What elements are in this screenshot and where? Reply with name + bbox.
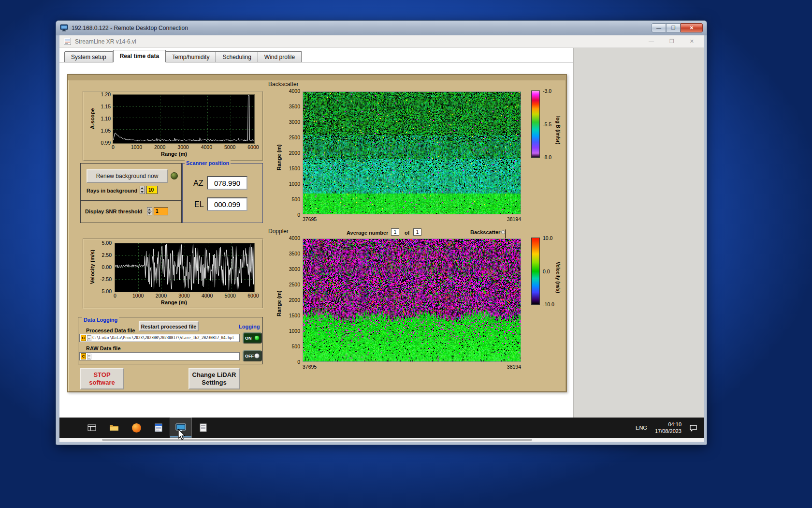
raw-logging-state: OFF bbox=[245, 354, 254, 359]
taskbar-time: 04:10 bbox=[655, 421, 682, 428]
app-close-icon[interactable]: ✕ bbox=[690, 38, 694, 45]
azimuth-label: AZ bbox=[193, 179, 203, 188]
processed-logging-toggle[interactable]: ON bbox=[243, 332, 262, 344]
backscatter-colorbar-label: log B (/m/sr) bbox=[555, 103, 561, 157]
snr-threshold-spinner[interactable] bbox=[147, 207, 152, 215]
tick-label: 4000 bbox=[200, 144, 213, 150]
stop-button-line2: software bbox=[89, 379, 115, 387]
tick-label: 3500 bbox=[289, 251, 300, 256]
doppler-y-ticks: 40003500300025002000150010005000 bbox=[283, 235, 300, 365]
tab-wind-profile[interactable]: Wind profile bbox=[258, 51, 302, 62]
tab-scheduling[interactable]: Scheduling bbox=[216, 51, 258, 62]
tick-label: -2.50 bbox=[100, 276, 112, 282]
raw-data-file-label: RAW Data file bbox=[86, 345, 121, 351]
taskbar-clock[interactable]: 04:10 17/08/2023 bbox=[655, 421, 682, 434]
firefox-button[interactable] bbox=[125, 418, 147, 438]
backscatter-switch[interactable] bbox=[505, 229, 506, 239]
app-title: StreamLine XR v14-6.vi bbox=[75, 38, 136, 45]
tick-label: 2000 bbox=[289, 297, 300, 303]
rays-in-background-spinner[interactable] bbox=[140, 186, 145, 194]
action-center-icon[interactable] bbox=[689, 424, 697, 432]
doppler-heatmap bbox=[303, 239, 521, 362]
stop-software-button[interactable]: STOP software bbox=[80, 368, 124, 389]
tick-label: 3000 bbox=[177, 144, 189, 150]
processed-logging-state: ON bbox=[245, 336, 252, 341]
language-indicator[interactable]: ENG bbox=[636, 425, 647, 431]
drive-c-icon: C bbox=[81, 353, 86, 359]
tick-label: -10.0 bbox=[543, 301, 554, 307]
tick-label: 1000 bbox=[132, 293, 145, 299]
task-view-button[interactable] bbox=[81, 418, 103, 438]
app-minimize-icon[interactable]: — bbox=[649, 38, 654, 45]
average-number-label: Average number bbox=[347, 230, 388, 236]
tick-label: 500 bbox=[291, 344, 300, 349]
tab-system-setup[interactable]: System setup bbox=[64, 51, 113, 62]
tick-label: 2000 bbox=[154, 144, 166, 150]
data-logging-title: Data Logging bbox=[82, 317, 119, 323]
change-lidar-settings-button[interactable]: Change LiDAR Settings bbox=[188, 368, 240, 389]
average-number-input[interactable]: 1 bbox=[391, 228, 399, 236]
tab-real-time-data[interactable]: Real time data bbox=[113, 50, 166, 62]
restart-processed-file-button[interactable]: Restart processed file bbox=[139, 321, 199, 331]
a-scope-x-axis-label: Range (m) bbox=[84, 151, 264, 157]
spinner-up-icon[interactable] bbox=[140, 186, 145, 190]
renew-background-button[interactable]: Renew background now bbox=[87, 169, 168, 183]
tick-label: 3000 bbox=[289, 266, 300, 272]
spinner-up-icon[interactable] bbox=[147, 208, 152, 211]
maximize-icon[interactable]: ❐ bbox=[666, 23, 681, 32]
spinner-down-icon[interactable] bbox=[147, 211, 152, 215]
snr-threshold-input[interactable]: 1 bbox=[154, 207, 168, 215]
of-label: of bbox=[405, 230, 409, 236]
azimuth-value: 078.990 bbox=[207, 176, 247, 190]
rays-in-background-input[interactable]: 10 bbox=[146, 186, 158, 194]
system-tray: ENG 04:10 17/08/2023 bbox=[636, 421, 704, 434]
tick-label: 3000 bbox=[289, 119, 300, 125]
velocity-y-ticks: 5.002.500.00-2.50-5.00 bbox=[94, 240, 112, 294]
tick-label: 3000 bbox=[178, 293, 190, 299]
doppler-colorbar bbox=[531, 238, 540, 305]
tick-label: 1500 bbox=[289, 313, 300, 318]
processed-file-path-field[interactable]: C C:\Lidar\Data\Proc\2023\202308\2023081… bbox=[79, 334, 240, 342]
task-view-icon bbox=[87, 424, 96, 431]
doppler-colorbar-label: Velocity (m/s) bbox=[555, 250, 561, 304]
tick-label: 6000 bbox=[247, 144, 260, 150]
front-panel: A-scope 1.201.151.101.050.99 01000200030… bbox=[67, 74, 567, 392]
stop-button-line1: STOP bbox=[93, 371, 110, 379]
document-app-button[interactable] bbox=[147, 418, 170, 438]
rdp-window-controls: — ❐ ✕ bbox=[652, 23, 703, 32]
processed-data-file-label: Processed Data file bbox=[86, 328, 135, 333]
desktop-background: { "rdp_window": { "title": "192.168.0.12… bbox=[0, 0, 812, 508]
app-restore-icon[interactable]: ❐ bbox=[669, 38, 674, 45]
minimize-icon[interactable]: — bbox=[652, 23, 666, 32]
doppler-y-axis-label: Range (m) bbox=[276, 274, 282, 332]
tick-label: -5.5 bbox=[543, 121, 551, 127]
display-snr-threshold-label: Display SNR threshold bbox=[85, 209, 143, 214]
file-explorer-button[interactable] bbox=[103, 418, 125, 438]
spinner-down-icon[interactable] bbox=[140, 190, 145, 194]
tick-label: 1.15 bbox=[101, 104, 111, 109]
tick-label: 0.00 bbox=[102, 264, 112, 270]
tab-temp-humidity[interactable]: Temp/humidity bbox=[166, 51, 216, 62]
drive-c-icon: C bbox=[81, 335, 86, 341]
schedule-app-button[interactable] bbox=[192, 418, 214, 438]
scrollbar-thumb[interactable] bbox=[102, 439, 532, 441]
tick-label: 2000 bbox=[155, 293, 167, 299]
tick-label: 2.50 bbox=[102, 252, 112, 258]
rays-in-background-label: Rays in background bbox=[87, 188, 137, 194]
panel-top-strip bbox=[68, 75, 566, 80]
horizontal-scrollbar[interactable] bbox=[59, 438, 704, 442]
raw-file-path-field[interactable]: C bbox=[79, 352, 240, 360]
close-icon[interactable]: ✕ bbox=[681, 23, 703, 32]
velocity-x-axis-label: Range (m) bbox=[84, 299, 264, 305]
tick-label: -8.0 bbox=[543, 154, 551, 160]
velocity-x-ticks: 0100020003000400050006000 bbox=[109, 293, 260, 299]
scanner-position-frame: Scanner position AZ 078.990 EL 000.099 bbox=[182, 163, 263, 223]
tick-label: 0.0 bbox=[543, 269, 550, 274]
document-app-icon bbox=[155, 423, 162, 432]
tick-label: 1000 bbox=[130, 144, 143, 150]
raw-logging-toggle[interactable]: OFF bbox=[243, 350, 262, 361]
tick-label: 2500 bbox=[289, 134, 300, 140]
tick-label: 38194 bbox=[507, 216, 521, 222]
a-scope-graph: A-scope 1.201.151.101.050.99 01000200030… bbox=[83, 91, 263, 161]
app-window-controls: — ❐ ✕ bbox=[649, 38, 700, 45]
